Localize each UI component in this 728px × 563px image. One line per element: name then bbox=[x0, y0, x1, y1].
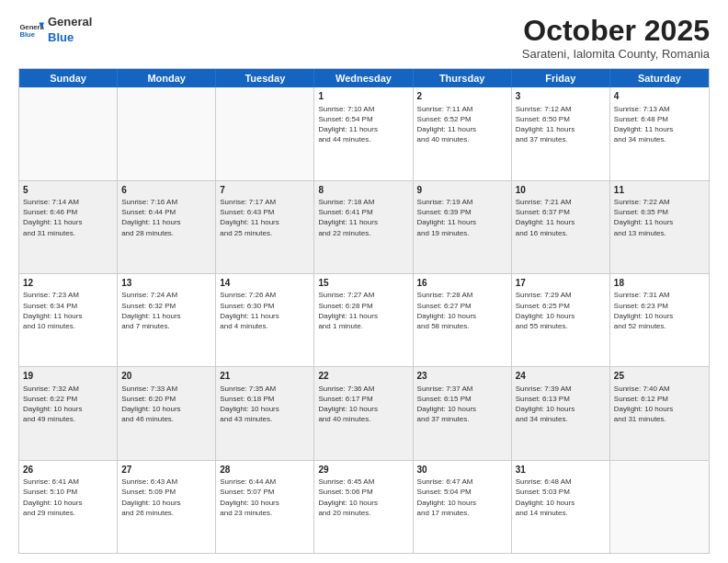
cell-info: Sunrise: 7:16 AM Sunset: 6:44 PM Dayligh… bbox=[121, 197, 211, 238]
cell-info: Sunrise: 7:24 AM Sunset: 6:32 PM Dayligh… bbox=[121, 290, 211, 331]
cell-info: Sunrise: 7:29 AM Sunset: 6:25 PM Dayligh… bbox=[516, 290, 606, 331]
cell-info: Sunrise: 7:21 AM Sunset: 6:37 PM Dayligh… bbox=[516, 197, 606, 238]
calendar-cell: 24Sunrise: 7:39 AM Sunset: 6:13 PM Dayli… bbox=[512, 367, 610, 459]
day-number: 11 bbox=[614, 184, 705, 197]
header-tuesday: Tuesday bbox=[216, 69, 314, 87]
day-number: 26 bbox=[23, 464, 113, 477]
day-number: 29 bbox=[318, 464, 408, 477]
cell-info: Sunrise: 7:28 AM Sunset: 6:27 PM Dayligh… bbox=[417, 290, 507, 331]
cell-info: Sunrise: 7:22 AM Sunset: 6:35 PM Dayligh… bbox=[614, 197, 705, 238]
calendar-cell: 20Sunrise: 7:33 AM Sunset: 6:20 PM Dayli… bbox=[118, 367, 216, 459]
calendar-cell: 18Sunrise: 7:31 AM Sunset: 6:23 PM Dayli… bbox=[610, 274, 709, 366]
day-number: 18 bbox=[614, 277, 705, 290]
cell-info: Sunrise: 7:35 AM Sunset: 6:18 PM Dayligh… bbox=[220, 384, 310, 425]
cell-info: Sunrise: 6:47 AM Sunset: 5:04 PM Dayligh… bbox=[417, 477, 507, 518]
svg-text:Blue: Blue bbox=[19, 30, 35, 39]
day-number: 20 bbox=[121, 370, 211, 383]
calendar-cell: 31Sunrise: 6:48 AM Sunset: 5:03 PM Dayli… bbox=[512, 461, 610, 553]
day-number: 13 bbox=[121, 277, 211, 290]
cell-info: Sunrise: 7:31 AM Sunset: 6:23 PM Dayligh… bbox=[614, 290, 705, 331]
day-number: 22 bbox=[318, 370, 408, 383]
day-number: 23 bbox=[417, 370, 507, 383]
cell-info: Sunrise: 7:17 AM Sunset: 6:43 PM Dayligh… bbox=[220, 197, 310, 238]
calendar-cell: 21Sunrise: 7:35 AM Sunset: 6:18 PM Dayli… bbox=[216, 367, 314, 459]
cell-info: Sunrise: 7:10 AM Sunset: 6:54 PM Dayligh… bbox=[318, 104, 408, 145]
cell-info: Sunrise: 7:26 AM Sunset: 6:30 PM Dayligh… bbox=[220, 290, 310, 331]
logo-general: General bbox=[48, 15, 92, 30]
cell-info: Sunrise: 6:41 AM Sunset: 5:10 PM Dayligh… bbox=[23, 477, 113, 518]
day-number: 8 bbox=[318, 184, 408, 197]
calendar-cell: 1Sunrise: 7:10 AM Sunset: 6:54 PM Daylig… bbox=[314, 87, 413, 179]
logo: General Blue General Blue bbox=[18, 15, 92, 46]
day-number: 17 bbox=[516, 277, 606, 290]
cell-info: Sunrise: 7:40 AM Sunset: 6:12 PM Dayligh… bbox=[614, 384, 705, 425]
day-number: 3 bbox=[516, 90, 606, 103]
calendar-row: 19Sunrise: 7:32 AM Sunset: 6:22 PM Dayli… bbox=[19, 367, 709, 460]
day-number: 30 bbox=[417, 464, 507, 477]
calendar-cell: 5Sunrise: 7:14 AM Sunset: 6:46 PM Daylig… bbox=[19, 181, 118, 273]
calendar-cell: 27Sunrise: 6:43 AM Sunset: 5:09 PM Dayli… bbox=[118, 461, 216, 553]
calendar-cell: 29Sunrise: 6:45 AM Sunset: 5:06 PM Dayli… bbox=[314, 461, 413, 553]
calendar-cell bbox=[610, 461, 709, 553]
calendar-cell: 4Sunrise: 7:13 AM Sunset: 6:48 PM Daylig… bbox=[610, 87, 709, 179]
header: General Blue General Blue October 2025 S… bbox=[18, 15, 710, 61]
calendar-row: 12Sunrise: 7:23 AM Sunset: 6:34 PM Dayli… bbox=[19, 274, 709, 367]
day-number: 28 bbox=[220, 464, 310, 477]
header-saturday: Saturday bbox=[610, 69, 709, 87]
calendar-body: 1Sunrise: 7:10 AM Sunset: 6:54 PM Daylig… bbox=[19, 87, 709, 553]
day-number: 6 bbox=[121, 184, 211, 197]
calendar-cell: 25Sunrise: 7:40 AM Sunset: 6:12 PM Dayli… bbox=[610, 367, 709, 459]
page: General Blue General Blue October 2025 S… bbox=[0, 0, 728, 563]
cell-info: Sunrise: 7:27 AM Sunset: 6:28 PM Dayligh… bbox=[318, 290, 408, 331]
calendar-row: 1Sunrise: 7:10 AM Sunset: 6:54 PM Daylig… bbox=[19, 87, 709, 180]
day-number: 19 bbox=[23, 370, 113, 383]
day-number: 24 bbox=[516, 370, 606, 383]
calendar-cell: 15Sunrise: 7:27 AM Sunset: 6:28 PM Dayli… bbox=[314, 274, 413, 366]
logo-blue: Blue bbox=[48, 30, 92, 46]
calendar-cell: 28Sunrise: 6:44 AM Sunset: 5:07 PM Dayli… bbox=[216, 461, 314, 553]
day-number: 14 bbox=[220, 277, 310, 290]
day-number: 15 bbox=[318, 277, 408, 290]
calendar-header: Sunday Monday Tuesday Wednesday Thursday… bbox=[19, 69, 709, 87]
cell-info: Sunrise: 7:33 AM Sunset: 6:20 PM Dayligh… bbox=[121, 384, 211, 425]
day-number: 1 bbox=[318, 90, 408, 103]
calendar-cell: 9Sunrise: 7:19 AM Sunset: 6:39 PM Daylig… bbox=[414, 181, 512, 273]
header-friday: Friday bbox=[512, 69, 610, 87]
calendar-cell: 22Sunrise: 7:36 AM Sunset: 6:17 PM Dayli… bbox=[314, 367, 413, 459]
header-monday: Monday bbox=[118, 69, 216, 87]
cell-info: Sunrise: 7:13 AM Sunset: 6:48 PM Dayligh… bbox=[614, 104, 705, 145]
day-number: 5 bbox=[23, 184, 113, 197]
cell-info: Sunrise: 7:23 AM Sunset: 6:34 PM Dayligh… bbox=[23, 290, 113, 331]
calendar-cell: 8Sunrise: 7:18 AM Sunset: 6:41 PM Daylig… bbox=[314, 181, 413, 273]
day-number: 4 bbox=[614, 90, 705, 103]
cell-info: Sunrise: 7:11 AM Sunset: 6:52 PM Dayligh… bbox=[417, 104, 507, 145]
cell-info: Sunrise: 7:37 AM Sunset: 6:15 PM Dayligh… bbox=[417, 384, 507, 425]
subtitle: Sarateni, Ialomita County, Romania bbox=[522, 47, 710, 61]
cell-info: Sunrise: 6:48 AM Sunset: 5:03 PM Dayligh… bbox=[516, 477, 606, 518]
calendar-cell: 12Sunrise: 7:23 AM Sunset: 6:34 PM Dayli… bbox=[19, 274, 118, 366]
month-title: October 2025 bbox=[522, 15, 710, 47]
day-number: 9 bbox=[417, 184, 507, 197]
calendar-cell: 7Sunrise: 7:17 AM Sunset: 6:43 PM Daylig… bbox=[216, 181, 314, 273]
title-block: October 2025 Sarateni, Ialomita County, … bbox=[522, 15, 710, 61]
calendar-cell: 17Sunrise: 7:29 AM Sunset: 6:25 PM Dayli… bbox=[512, 274, 610, 366]
day-number: 31 bbox=[516, 464, 606, 477]
day-number: 27 bbox=[121, 464, 211, 477]
cell-info: Sunrise: 6:45 AM Sunset: 5:06 PM Dayligh… bbox=[318, 477, 408, 518]
calendar-cell: 30Sunrise: 6:47 AM Sunset: 5:04 PM Dayli… bbox=[414, 461, 512, 553]
calendar-cell bbox=[118, 87, 216, 179]
cell-info: Sunrise: 7:39 AM Sunset: 6:13 PM Dayligh… bbox=[516, 384, 606, 425]
calendar-cell: 6Sunrise: 7:16 AM Sunset: 6:44 PM Daylig… bbox=[118, 181, 216, 273]
calendar-cell bbox=[216, 87, 314, 179]
calendar-cell: 10Sunrise: 7:21 AM Sunset: 6:37 PM Dayli… bbox=[512, 181, 610, 273]
calendar-cell: 3Sunrise: 7:12 AM Sunset: 6:50 PM Daylig… bbox=[512, 87, 610, 179]
cell-info: Sunrise: 7:12 AM Sunset: 6:50 PM Dayligh… bbox=[516, 104, 606, 145]
header-wednesday: Wednesday bbox=[314, 69, 413, 87]
cell-info: Sunrise: 7:36 AM Sunset: 6:17 PM Dayligh… bbox=[318, 384, 408, 425]
day-number: 7 bbox=[220, 184, 310, 197]
calendar-cell bbox=[19, 87, 118, 179]
day-number: 21 bbox=[220, 370, 310, 383]
calendar-cell: 26Sunrise: 6:41 AM Sunset: 5:10 PM Dayli… bbox=[19, 461, 118, 553]
calendar-cell: 14Sunrise: 7:26 AM Sunset: 6:30 PM Dayli… bbox=[216, 274, 314, 366]
header-sunday: Sunday bbox=[19, 69, 118, 87]
